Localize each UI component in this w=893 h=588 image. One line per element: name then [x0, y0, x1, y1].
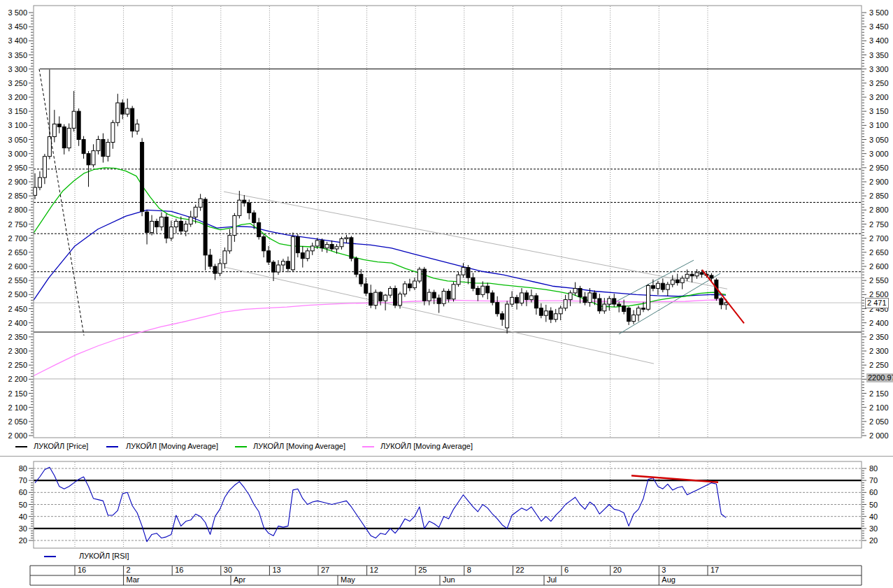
price-tick-label: 3 400	[869, 36, 889, 45]
candle	[496, 303, 499, 314]
candle	[145, 212, 149, 232]
rsi-tick-label: 80	[869, 464, 878, 473]
price-tick-label: 3 100	[869, 121, 889, 129]
candle	[588, 293, 592, 303]
candle	[510, 297, 514, 304]
candle	[637, 308, 641, 315]
price-tick-label: 2 850	[869, 192, 889, 200]
price-tick-label: 2 250	[8, 361, 27, 369]
candle	[564, 300, 567, 308]
rsi-tick-label: 40	[19, 512, 27, 521]
candle	[92, 151, 95, 165]
rsi-gridlines	[34, 468, 862, 540]
candle	[38, 178, 41, 187]
price-tick-label: 2 100	[8, 403, 27, 412]
candle	[413, 281, 416, 288]
price-tick-label: 3 250	[869, 79, 889, 87]
candle	[228, 236, 231, 251]
candle	[315, 241, 319, 246]
date-tick-label: 16	[175, 566, 183, 574]
candle	[52, 124, 56, 136]
candle	[57, 124, 61, 127]
price-tick-label: 2 500	[8, 290, 27, 299]
price-tick-label: 2 550	[8, 276, 27, 285]
candle	[252, 213, 256, 222]
rsi-tick-label: 40	[869, 512, 878, 521]
candle	[77, 111, 80, 139]
candle	[700, 273, 703, 274]
chart-canvas[interactable]: 3 5003 5003 4503 4503 4003 4003 3503 350…	[0, 0, 893, 588]
candle	[680, 278, 684, 282]
date-tick-label: 12	[370, 566, 378, 574]
candle	[286, 261, 290, 268]
candle	[613, 299, 616, 304]
legend-label: ЛУКОЙЛ [Price]	[34, 442, 88, 450]
candle	[524, 293, 528, 300]
month-label: Mar	[127, 575, 140, 584]
candle	[529, 296, 533, 300]
candle	[666, 285, 669, 289]
price-line-swatch-icon	[15, 446, 27, 447]
candle	[111, 122, 115, 142]
price-tick-label: 2 950	[869, 164, 889, 172]
candle	[384, 295, 387, 301]
candle	[218, 264, 222, 273]
price-tick-label: 2 550	[869, 276, 889, 285]
candle	[515, 297, 519, 303]
price-tick-label: 2 000	[869, 431, 889, 440]
candle	[359, 274, 363, 284]
candle	[676, 280, 679, 282]
date-tick-label: 2	[127, 566, 131, 574]
candle	[710, 275, 713, 278]
price-tick-label: 3 000	[869, 150, 889, 158]
date-tick-label: 16	[78, 566, 86, 574]
price-tick-label: 3 450	[869, 22, 889, 31]
candle	[603, 304, 606, 311]
candle	[277, 265, 280, 272]
price-tick-label: 2 350	[869, 333, 889, 341]
price-tick-label: 2 800	[8, 206, 27, 214]
candle	[350, 238, 353, 259]
candle	[101, 140, 105, 157]
candle	[150, 221, 154, 232]
candle	[486, 286, 490, 293]
price-tick-label: 2 050	[8, 417, 27, 426]
candle	[501, 314, 504, 320]
candle	[208, 255, 212, 266]
price-tick-label: 2 300	[869, 347, 889, 355]
date-axis[interactable]: 162163013271225822620317MarAprMayJunJulA…	[30, 566, 862, 585]
candle	[223, 251, 227, 264]
candle	[87, 154, 90, 165]
price-tick-label: 3 050	[869, 136, 889, 144]
candle	[194, 207, 197, 217]
price-tick-label: 2 200	[8, 375, 27, 383]
candle	[598, 299, 601, 311]
price-tick-label: 2 100	[869, 403, 889, 412]
date-tick-label: 27	[321, 566, 329, 574]
price-tick-label: 2 750	[8, 220, 27, 229]
candle	[432, 292, 436, 298]
price-tick-label: 2 700	[8, 234, 27, 243]
rsi-tick-label: 70	[19, 476, 27, 485]
candle	[243, 200, 246, 203]
current-price-tag: 2 471	[865, 298, 889, 308]
candle	[184, 224, 187, 231]
rsi-tick-label: 20	[869, 536, 878, 545]
candle	[389, 288, 392, 295]
candle	[695, 273, 699, 276]
candle	[291, 237, 294, 270]
candle	[330, 245, 334, 249]
ma-mid-blue	[34, 210, 726, 300]
candle	[608, 299, 611, 304]
candle	[355, 259, 358, 275]
legend-label: ЛУКОЙЛ [Moving Average]	[126, 442, 218, 450]
candle	[549, 311, 552, 320]
candle	[442, 291, 445, 303]
price-tick-label: 3 500	[8, 8, 27, 17]
candle	[656, 283, 659, 288]
candle	[403, 284, 406, 294]
ma-pink-swatch-icon	[362, 446, 374, 447]
candle	[335, 247, 338, 249]
candle	[199, 199, 202, 207]
price-tick-label: 2 750	[869, 220, 889, 229]
